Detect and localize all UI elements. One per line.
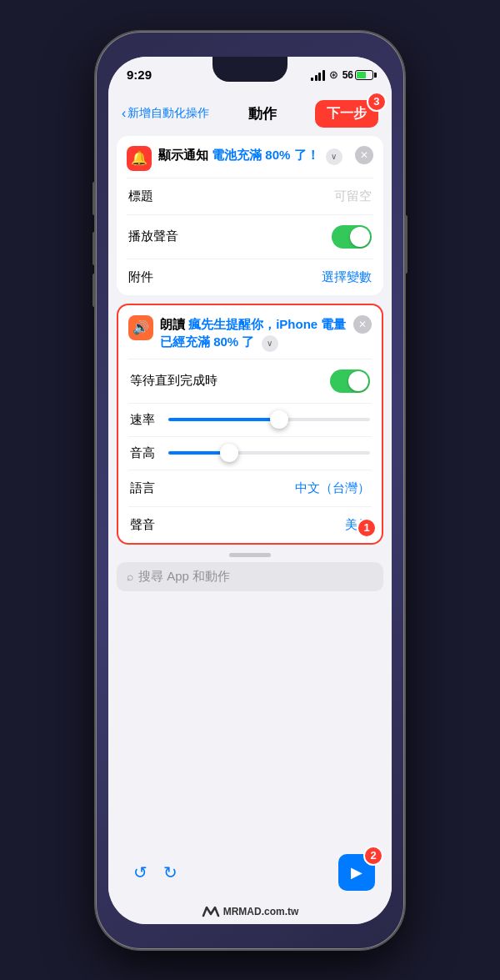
rate-label: 速率	[130, 412, 160, 428]
play-button-container: ▶ 2	[338, 854, 375, 891]
bottom-toolbar: ↺ ↻ ▶ 2	[108, 847, 392, 902]
lang-row: 語言 中文（台灣）	[118, 470, 382, 506]
card-speak-header: 🔊 朗讀 瘋先生提醒你，iPhone 電量已經充滿 80% 了 ∨ ✕	[118, 305, 382, 359]
voice-label: 聲音	[130, 517, 155, 533]
page-title: 動作	[248, 104, 277, 123]
next-button-container: 下一步 3	[315, 100, 378, 128]
speak-icon: 🔊	[128, 315, 153, 340]
play-icon: ▶	[351, 863, 362, 882]
card-speak: 🔊 朗讀 瘋先生提醒你，iPhone 電量已經充滿 80% 了 ∨ ✕ 等待直到…	[117, 304, 383, 545]
back-label: 新增自動化操作	[128, 106, 209, 121]
bell-icon: 🔔	[131, 150, 148, 166]
notification-chevron-icon[interactable]: ∨	[326, 148, 342, 165]
undo-button[interactable]: ↺	[125, 857, 155, 887]
rate-row: 速率	[118, 404, 382, 436]
pitch-label: 音高	[130, 445, 160, 461]
attach-row: 附件 選擇變數	[117, 259, 383, 295]
status-bar: 9:29 ⊛ 56	[108, 57, 392, 93]
voice-row: 聲音 美佳	[118, 507, 382, 543]
chevron-left-icon: ‹	[122, 106, 126, 121]
wait-toggle[interactable]	[330, 369, 370, 393]
wait-row: 等待直到完成時	[118, 359, 382, 403]
notification-title: 顯示通知 電池充滿 80% 了！ ∨	[158, 146, 348, 165]
lang-label: 語言	[130, 480, 155, 496]
wait-label: 等待直到完成時	[130, 373, 218, 389]
sound-toggle[interactable]	[332, 225, 372, 249]
attach-value[interactable]: 選擇變數	[322, 269, 372, 285]
speak-title: 朗讀 瘋先生提醒你，iPhone 電量已經充滿 80% 了 ∨	[160, 315, 347, 352]
rate-slider[interactable]	[168, 418, 370, 421]
phone-screen: 9:29 ⊛ 56	[108, 57, 392, 924]
speak-highlight-text: 瘋先生提醒你，iPhone 電量已經充滿 80% 了	[160, 317, 346, 349]
handle-bar	[229, 553, 271, 557]
search-bar[interactable]: ⌕ 搜尋 App 和動作	[117, 562, 383, 591]
notification-action-name: 顯示通知	[158, 148, 208, 162]
content-area[interactable]: ‹ 新增自動化操作 動作 下一步 3 🔔 顯示通知	[108, 93, 392, 847]
nav-bar: ‹ 新增自動化操作 動作 下一步 3	[117, 93, 383, 136]
wifi-icon: ⊛	[329, 68, 338, 81]
status-time: 9:29	[127, 68, 152, 82]
brand-logo-svg	[202, 906, 220, 917]
pitch-slider[interactable]	[168, 451, 370, 455]
notification-icon: 🔔	[127, 146, 152, 171]
pitch-row: 音高	[118, 437, 382, 470]
lang-value[interactable]: 中文（台灣）	[295, 480, 370, 496]
title-label: 標題	[128, 188, 153, 204]
card-notification-header: 🔔 顯示通知 電池充滿 80% 了！ ∨ ✕	[117, 136, 383, 178]
badge-2: 2	[363, 846, 383, 866]
title-placeholder: 可留空	[334, 188, 372, 204]
brand-logo: MRMAD.com.tw	[202, 906, 299, 917]
phone-frame: 9:29 ⊛ 56	[96, 32, 404, 949]
redo-button[interactable]: ↻	[155, 857, 185, 887]
brand-text: MRMAD.com.tw	[223, 906, 299, 917]
sound-label: 播放聲音	[128, 229, 178, 244]
speak-action-name: 朗讀	[160, 317, 185, 331]
attach-label: 附件	[128, 269, 153, 285]
speak-close-button[interactable]: ✕	[353, 315, 372, 334]
battery-icon: 56	[342, 69, 373, 81]
badge-3: 3	[367, 93, 387, 112]
redo-icon: ↻	[163, 862, 178, 882]
status-icons: ⊛ 56	[311, 68, 373, 81]
notification-close-button[interactable]: ✕	[355, 146, 373, 164]
title-row: 標題 可留空	[117, 178, 383, 214]
notification-highlight-text: 電池充滿 80% 了！	[212, 148, 318, 162]
signal-icon	[311, 69, 325, 81]
undo-icon: ↺	[133, 862, 148, 882]
badge-1: 1	[357, 518, 377, 538]
search-placeholder: 搜尋 App 和動作	[138, 569, 230, 585]
card-notification: 🔔 顯示通知 電池充滿 80% 了！ ∨ ✕ 標題 可留空	[117, 136, 383, 295]
speak-chevron-icon[interactable]: ∨	[262, 335, 278, 352]
search-icon: ⌕	[127, 570, 133, 583]
sound-row: 播放聲音	[117, 215, 383, 259]
back-button[interactable]: ‹ 新增自動化操作	[122, 106, 209, 121]
speaker-icon: 🔊	[132, 319, 149, 335]
brand-bar: MRMAD.com.tw	[108, 902, 392, 924]
battery-level: 56	[342, 69, 353, 81]
